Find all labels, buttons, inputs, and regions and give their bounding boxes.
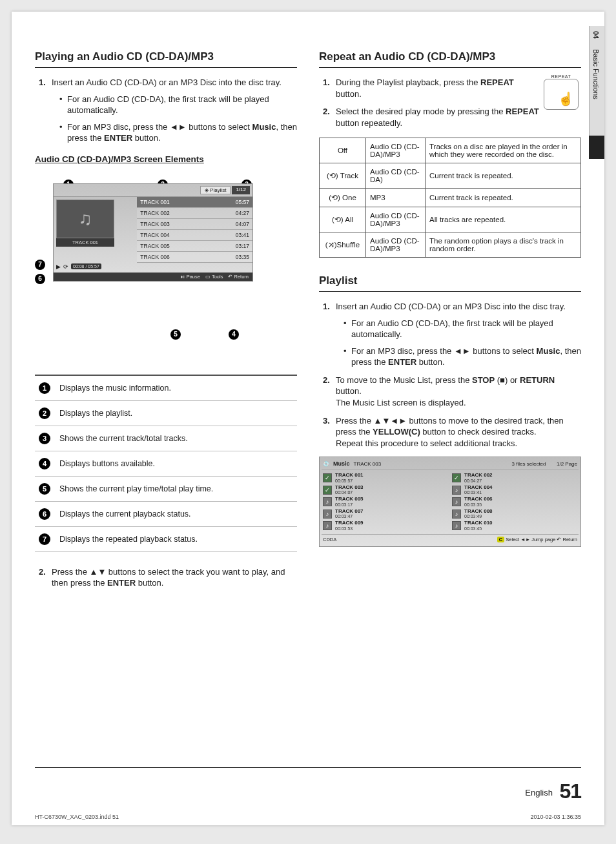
repeat-row: OffAudio CD (CD-DA)/MP3Tracks on a disc … (320, 138, 581, 163)
play-step-1: 1. Insert an Audio CD (CD-DA) or an MP3 … (39, 77, 297, 144)
repeat-row: (⤮)ShuffleAudio CD (CD-DA)/MP3The random… (320, 232, 581, 258)
remote-repeat-button: REPEAT ☝ (544, 74, 579, 110)
page-number: 51 (559, 779, 581, 803)
play-bullet-2: For an MP3 disc, press the ◄► buttons to… (59, 121, 297, 144)
music-list-screen: 💿 Music TRACK 003 3 files selected 1/2 P… (319, 457, 581, 546)
repeat-row: (⟲) AllAudio CD (CD-DA)/MP3All tracks ar… (320, 207, 581, 232)
playlist-bullet-1: For an Audio CD (CD-DA), the first track… (344, 318, 581, 340)
playlist-row: TRACK 00304:07 (137, 219, 252, 230)
playlist-panel: TRACK 00105:57TRACK 00204:27TRACK 00304:… (137, 197, 252, 273)
repeat-row: (⟲) OneMP3Current track is repeated. (320, 189, 581, 207)
callout-5: 5 (170, 329, 181, 340)
side-tab-marker (589, 136, 604, 159)
legend-row: 3Shows the current track/total tracks. (35, 426, 297, 451)
callout-4: 4 (229, 329, 239, 340)
music-cell: ♪TRACK 00800:03:49 (452, 509, 577, 519)
footer-tools: ▭ Tools (205, 274, 223, 280)
section-heading-play: Playing an Audio CD (CD-DA)/MP3 (35, 50, 297, 68)
repeat-icon: ⟳ (63, 263, 68, 270)
play-icon: ▶ (56, 263, 61, 270)
playlist-step-2: 2. To move to the Music List, press the … (323, 375, 581, 409)
now-playing-label: TRACK 001 (56, 238, 114, 247)
player-screen-mock: ◈ Playlist 1/12 ♫ TRACK 001 ▶ ⟳ 00:08 / … (53, 183, 253, 282)
music-cell: ♪TRACK 00400:03:41 (452, 485, 577, 495)
repeat-step-2: 2. Select the desired play mode by press… (323, 106, 540, 129)
repeat-step-1: 1. During the Playlist playback, press t… (323, 77, 540, 99)
legend-row: 1Displays the music information. (35, 376, 297, 401)
time-counter: 00:08 / 05:57 (71, 263, 101, 269)
music-cell: ♪TRACK 00500:03:17 (323, 497, 448, 507)
music-icon: 💿 (323, 461, 329, 467)
playlist-row: TRACK 00603:35 (137, 252, 252, 263)
playlist-step-1: 1. Insert an Audio CD (CD-DA) or an MP3 … (323, 301, 581, 368)
side-tab: 04 Basic Functions (589, 26, 604, 136)
source-file: HT-C6730W_XAC_0203.indd 51 (35, 814, 119, 820)
footer-language: English (525, 788, 553, 798)
music-cell: ♪TRACK 00600:03:35 (452, 497, 577, 507)
music-cell: ✓TRACK 00300:04:07 (323, 485, 448, 495)
left-column: Playing an Audio CD (CD-DA)/MP3 1. Inser… (35, 44, 297, 595)
manual-page: 04 Basic Functions Playing an Audio CD (… (12, 12, 604, 825)
album-art-icon: ♫ (56, 200, 114, 238)
print-timestamp: 2010-02-03 1:36:35 (530, 814, 581, 820)
section-heading-playlist: Playlist (319, 274, 581, 292)
hand-icon: ☝ (558, 91, 574, 107)
print-meta: HT-C6730W_XAC_0203.indd 51 2010-02-03 1:… (35, 814, 581, 820)
right-column: Repeat an Audio CD (CD-DA)/MP3 REPEAT ☝ … (319, 44, 581, 595)
playlist-row: TRACK 00503:17 (137, 241, 252, 252)
legend-row: 6Displays the current playback status. (35, 502, 297, 527)
chapter-number: 04 (590, 26, 602, 44)
footer-pause: ⏯ Pause (180, 274, 200, 280)
legend-row: 4Displays buttons available. (35, 451, 297, 477)
music-footer-left: CDDA (323, 537, 336, 542)
playlist-row: TRACK 00105:57 (137, 197, 252, 208)
repeat-row: (⟲) TrackAudio CD (CD-DA)Current track i… (320, 163, 581, 189)
section-heading-repeat: Repeat an Audio CD (CD-DA)/MP3 (319, 50, 581, 68)
playlist-step-3: 3. Press the ▲▼◄► buttons to move to the… (323, 415, 581, 449)
music-cell: ✓TRACK 00200:04:27 (452, 473, 577, 483)
footer-return: ↶ Return (228, 274, 249, 280)
legend-table: 1Displays the music information.2Display… (35, 375, 297, 552)
legend-row: 5Shows the current play time/total play … (35, 477, 297, 502)
music-cell: ♪TRACK 00900:03:53 (323, 520, 448, 531)
playlist-row: TRACK 00403:41 (137, 230, 252, 241)
repeat-mode-table: OffAudio CD (CD-DA)/MP3Tracks on a disc … (319, 138, 581, 258)
music-footer-right: C Select ◄► Jump page ↶ Return (497, 537, 577, 542)
playlist-row: TRACK 00204:27 (137, 208, 252, 219)
music-cell: ♪TRACK 01000:03:45 (452, 520, 577, 531)
legend-row: 7Displays the repeated playback status. (35, 527, 297, 552)
callout-7: 7 (35, 260, 45, 270)
music-cell: ✓TRACK 00100:05:57 (323, 473, 448, 483)
playlist-bullet-2: For an MP3 disc, press the ◄► buttons to… (344, 345, 581, 368)
play-bullet-1: For an Audio CD (CD-DA), the first track… (59, 94, 297, 116)
screen-elements-heading: Audio CD (CD-DA)/MP3 Screen Elements (35, 154, 297, 164)
play-step-2: 2. Press the ▲▼ buttons to select the tr… (39, 566, 297, 589)
callout-6: 6 (35, 274, 45, 284)
screen-diagram: 1 2 3 7 6 5 4 ◈ Playlist 1/12 ♫ TRACK 00… (35, 183, 297, 351)
chapter-title: Basic Functions (590, 44, 602, 105)
legend-row: 2Displays the playlist. (35, 401, 297, 426)
music-cell: ♪TRACK 00700:03:47 (323, 509, 448, 519)
page-footer: English 51 (35, 767, 581, 803)
